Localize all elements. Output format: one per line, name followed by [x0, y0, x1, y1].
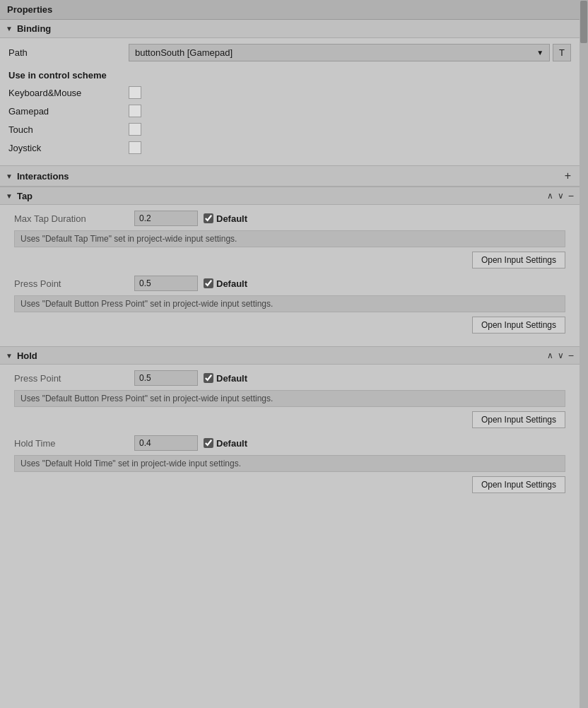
tap-collapse-arrow: ▼ [6, 192, 13, 200]
tap-remove-icon[interactable]: − [568, 190, 574, 201]
tap-up-icon[interactable]: ∧ [547, 191, 553, 201]
max-tap-info: Uses "Default Tap Time" set in project-w… [14, 230, 565, 247]
control-scheme-label: Use in control scheme [8, 70, 571, 81]
interactions-section-header[interactable]: ▼ Interactions + [0, 166, 580, 187]
hold-up-icon[interactable]: ∧ [547, 350, 553, 360]
tap-press-point-default-label: Default [216, 278, 247, 289]
scrollbar[interactable] [580, 0, 588, 708]
scheme-keyboard-label: Keyboard&Mouse [8, 88, 129, 98]
interactions-section-label: Interactions [17, 171, 562, 182]
scheme-joystick-label: Joystick [8, 143, 129, 153]
scheme-touch-checkbox[interactable] [129, 123, 141, 136]
binding-section-label: Binding [17, 23, 574, 34]
hold-time-row: Hold Time Default [14, 435, 565, 451]
hold-collapse-arrow: ▼ [6, 352, 13, 360]
hold-press-point-default-checkbox[interactable] [204, 373, 213, 383]
tap-down-icon[interactable]: ∨ [558, 191, 564, 201]
binding-section-content: Path buttonSouth [Gamepad] ▼ T Use in co… [0, 38, 580, 165]
hold-press-point-row: Press Point Default [14, 370, 565, 386]
hold-remove-icon[interactable]: − [568, 350, 574, 361]
hold-controls: ∧ ∨ − [547, 350, 574, 361]
outer-wrap: Properties ▼ Binding Path buttonSouth [G… [0, 0, 588, 708]
max-tap-default-checkbox[interactable] [204, 213, 213, 223]
hold-press-point-default-group: Default [204, 373, 247, 384]
tap-press-point-info: Uses "Default Button Press Point" set in… [14, 295, 565, 312]
tap-press-point-default-group: Default [204, 278, 247, 289]
hold-time-default-group: Default [204, 438, 247, 449]
path-value: buttonSouth [Gamepad] [135, 47, 233, 58]
max-tap-default-group: Default [204, 213, 247, 224]
hold-time-input[interactable] [134, 435, 198, 451]
scheme-joystick-checkbox[interactable] [129, 141, 141, 154]
scheme-gamepad-label: Gamepad [8, 106, 129, 117]
hold-down-icon[interactable]: ∨ [558, 350, 564, 360]
hold-time-label: Hold Time [14, 438, 134, 449]
hold-subsection-header[interactable]: ▼ Hold ∧ ∨ − [0, 346, 580, 365]
binding-section-header[interactable]: ▼ Binding [0, 20, 580, 38]
hold-press-point-default-label: Default [216, 373, 247, 384]
tap-controls: ∧ ∨ − [547, 190, 574, 201]
hold-time-info: Uses "Default Hold Time" set in project-… [14, 455, 565, 472]
tap-open-input-settings-2[interactable]: Open Input Settings [472, 317, 565, 334]
scheme-gamepad-checkbox[interactable] [129, 105, 141, 117]
hold-label: Hold [17, 350, 547, 361]
scheme-keyboard-checkbox[interactable] [129, 86, 141, 99]
binding-collapse-arrow: ▼ [6, 25, 13, 33]
hold-press-point-input[interactable] [134, 370, 198, 386]
panel-title: Properties [0, 0, 580, 20]
panel-title-text: Properties [7, 4, 52, 15]
tap-section-content: Max Tap Duration Default Uses "Default T… [0, 205, 580, 346]
tap-press-point-default-checkbox[interactable] [204, 278, 213, 288]
max-tap-default-label: Default [216, 213, 247, 224]
tap-press-point-input[interactable] [134, 276, 198, 291]
hold-time-default-checkbox[interactable] [204, 438, 213, 448]
path-dropdown-arrow: ▼ [536, 49, 543, 57]
path-dropdown[interactable]: buttonSouth [Gamepad] ▼ [129, 44, 550, 61]
content-area: Properties ▼ Binding Path buttonSouth [G… [0, 0, 580, 506]
max-tap-duration-label: Max Tap Duration [14, 213, 134, 224]
tap-subsection-header[interactable]: ▼ Tap ∧ ∨ − [0, 187, 580, 205]
hold-time-default-label: Default [216, 438, 247, 449]
tap-press-point-label: Press Point [14, 278, 134, 289]
tap-open-input-settings-1[interactable]: Open Input Settings [472, 252, 565, 269]
max-tap-duration-input[interactable] [134, 211, 198, 226]
hold-press-point-info: Uses "Default Button Press Point" set in… [14, 390, 565, 407]
tap-press-point-row: Press Point Default [14, 276, 565, 291]
path-row: Path buttonSouth [Gamepad] ▼ T [8, 44, 571, 61]
scheme-row-keyboard: Keyboard&Mouse [8, 86, 571, 99]
scheme-row-touch: Touch [8, 123, 571, 136]
interactions-collapse-arrow: ▼ [6, 172, 13, 180]
scheme-row-joystick: Joystick [8, 141, 571, 154]
max-tap-duration-row: Max Tap Duration Default [14, 211, 565, 226]
t-button[interactable]: T [553, 44, 571, 61]
hold-section-content: Press Point Default Uses "Default Button… [0, 365, 580, 506]
hold-open-input-settings-1[interactable]: Open Input Settings [472, 411, 565, 428]
scheme-row-gamepad: Gamepad [8, 105, 571, 117]
hold-press-point-label: Press Point [14, 373, 134, 384]
scrollbar-thumb[interactable] [580, 1, 587, 43]
path-label: Path [8, 47, 129, 58]
interactions-add-button[interactable]: + [562, 170, 574, 182]
tap-label: Tap [17, 191, 547, 201]
scheme-touch-label: Touch [8, 124, 129, 135]
hold-open-input-settings-2[interactable]: Open Input Settings [472, 476, 565, 493]
